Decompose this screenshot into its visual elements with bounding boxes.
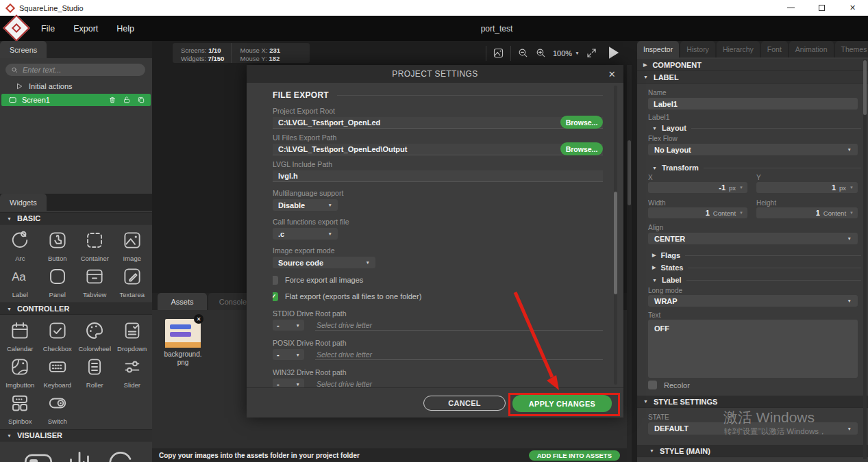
y-field[interactable]: 1 px ▼ xyxy=(756,182,858,193)
screen-item-selected[interactable]: Screen1 xyxy=(1,94,151,106)
label-section-header[interactable]: ▼ LABEL xyxy=(637,71,868,84)
close-button[interactable]: ✕ xyxy=(837,0,868,16)
widget-roller[interactable]: Roller xyxy=(76,354,114,390)
widget-vis-chart[interactable] xyxy=(64,444,95,462)
image-export-mode-dropdown[interactable]: Source code▼ xyxy=(273,257,375,268)
widget-vis-bar[interactable] xyxy=(23,444,53,462)
style-settings-header[interactable]: ▼STYLE SETTINGS xyxy=(637,396,868,408)
project-export-root-field[interactable]: C:\LVGL_Test\port_OpenLed Browse... xyxy=(273,117,603,129)
widget-group-header-visualiser[interactable]: ▼VISUALISER xyxy=(0,429,152,441)
drive-letter-dropdown[interactable]: -▼ xyxy=(273,349,304,360)
widget-vis-spinner[interactable] xyxy=(106,444,136,462)
force-export-checkbox[interactable] xyxy=(273,276,278,285)
widget-button[interactable]: Button xyxy=(39,227,77,264)
height-field[interactable]: 1 Content ▼ xyxy=(756,207,858,218)
drive-letter-dropdown[interactable]: -▼ xyxy=(273,320,304,331)
widget-container[interactable]: Container xyxy=(76,227,114,264)
widget-group-header-controller[interactable]: ▼CONTROLLER xyxy=(0,303,152,315)
browse-project-root-button[interactable]: Browse... xyxy=(560,116,603,129)
flags-subheader[interactable]: ▶Flags xyxy=(637,251,868,260)
tab-inspector[interactable]: Inspector xyxy=(637,41,679,57)
text-textarea[interactable]: OFF xyxy=(648,320,858,378)
widget-calendar[interactable]: Calendar xyxy=(1,318,39,354)
widget-checkbox[interactable]: Checkbox xyxy=(39,318,77,354)
asset-remove-icon[interactable]: ✕ xyxy=(194,314,203,324)
widget-panel[interactable]: Panel xyxy=(39,264,77,300)
add-file-into-assets-button[interactable]: ADD FILE INTO ASSETS xyxy=(529,450,620,461)
recolor-checkbox[interactable] xyxy=(648,381,657,389)
dialog-scrollbar[interactable] xyxy=(614,86,617,385)
tab-widgets[interactable]: Widgets xyxy=(0,194,47,211)
lock-open-icon[interactable] xyxy=(123,96,131,104)
widget-keyboard[interactable]: Keyboard xyxy=(39,354,77,390)
widget-image[interactable]: Image xyxy=(114,227,151,264)
widget-slider[interactable]: Slider xyxy=(114,354,151,390)
screens-search[interactable] xyxy=(5,64,145,76)
tab-themes[interactable]: Themes xyxy=(835,41,868,57)
label-subheader[interactable]: ▼Label xyxy=(637,275,868,285)
inspector-scrollbar[interactable] xyxy=(863,59,867,459)
multilanguage-dropdown[interactable]: Disable▼ xyxy=(273,199,338,211)
browse-ui-files-button[interactable]: Browse... xyxy=(560,142,603,155)
tab-screens[interactable]: Screens xyxy=(0,41,47,58)
tab-animation[interactable]: Animation xyxy=(789,41,834,57)
widget-group-header-basic[interactable]: ▼BASIC xyxy=(0,212,152,224)
tab-assets[interactable]: Assets xyxy=(158,293,207,310)
tab-font[interactable]: Font xyxy=(761,41,788,57)
root-path-field[interactable]: Select drive letter xyxy=(315,349,603,360)
widget-label[interactable]: AaLabel xyxy=(1,264,39,300)
widget-spinbox[interactable]: Spinbox xyxy=(1,390,39,426)
menu-item-help[interactable]: Help xyxy=(116,24,134,34)
long-mode-dropdown[interactable]: WRAP▼ xyxy=(648,295,858,307)
zoom-in-icon[interactable] xyxy=(535,47,547,59)
widget-switch[interactable]: Switch xyxy=(39,390,77,426)
play-button[interactable] xyxy=(604,44,622,64)
tab-history[interactable]: History xyxy=(680,41,715,57)
recolor-row[interactable]: Recolor xyxy=(648,381,690,389)
maximize-button[interactable] xyxy=(806,0,837,16)
menu-item-file[interactable]: File xyxy=(41,24,55,34)
root-path-field[interactable]: Select drive letter xyxy=(315,320,603,331)
zoom-level-dropdown[interactable]: 100%▼ xyxy=(553,49,580,57)
image-mode-icon[interactable] xyxy=(493,47,504,59)
x-field[interactable]: -1 px ▼ xyxy=(648,182,747,193)
flat-export-checkbox[interactable]: ✓ xyxy=(273,292,278,301)
widget-colorwheel[interactable]: Colorwheel xyxy=(76,318,114,354)
widget-textarea[interactable]: Textarea xyxy=(114,264,151,300)
menu-item-export[interactable]: Export xyxy=(73,24,98,34)
zoom-out-icon[interactable] xyxy=(517,47,529,59)
ui-files-export-path-field[interactable]: C:\LVGL_Test\port_OpenLed\Output Browse.… xyxy=(273,144,603,155)
search-input[interactable] xyxy=(23,66,132,74)
minimize-button[interactable] xyxy=(776,0,806,16)
duplicate-icon[interactable] xyxy=(137,96,145,104)
root-path-field[interactable]: Select drive letter xyxy=(315,378,603,387)
drive-letter-dropdown[interactable]: -▼ xyxy=(273,378,304,387)
states-subheader[interactable]: ▶States xyxy=(637,263,868,272)
inspector-scrollbar-thumb[interactable] xyxy=(863,60,867,115)
transform-subheader[interactable]: ▼Transform xyxy=(637,163,868,172)
tab-hierarchy[interactable]: Hierarchy xyxy=(717,41,760,57)
align-dropdown[interactable]: CENTER▼ xyxy=(648,233,858,244)
name-input[interactable]: Label1 xyxy=(648,98,858,110)
canvas-scrollbar[interactable] xyxy=(627,65,632,462)
canvas-scrollbar-thumb[interactable] xyxy=(628,140,631,205)
widget-tabview[interactable]: Tabview xyxy=(76,264,114,300)
width-field[interactable]: 1 Content ▼ xyxy=(648,207,747,218)
trash-icon[interactable] xyxy=(108,96,116,104)
lvgl-include-path-field[interactable]: lvgl.h xyxy=(273,170,603,182)
call-functions-dropdown[interactable]: .c▼ xyxy=(273,228,338,240)
asset-thumbnail[interactable]: ✕ xyxy=(165,319,201,348)
fit-screen-icon[interactable] xyxy=(586,47,597,59)
asset-item[interactable]: ✕ background.png xyxy=(163,319,203,366)
layout-subheader[interactable]: ▼Layout xyxy=(637,123,868,133)
component-section-header[interactable]: ▶ COMPONENT xyxy=(637,59,868,71)
dialog-close-icon[interactable]: ✕ xyxy=(608,65,616,83)
initial-actions-item[interactable]: Initial actions xyxy=(0,80,152,92)
flex-flow-dropdown[interactable]: No Layout▼ xyxy=(648,144,858,155)
widget-dropdown[interactable]: Dropdown xyxy=(114,318,151,354)
flat-export-row[interactable]: ✓ Flat export (exports all files to one … xyxy=(273,292,603,301)
widget-arc[interactable]: Arc xyxy=(1,227,39,264)
force-export-row[interactable]: Force export all images xyxy=(273,275,603,285)
dialog-scrollbar-thumb[interactable] xyxy=(614,192,617,294)
style-main-header[interactable]: ▼STYLE (MAIN) xyxy=(637,445,868,457)
